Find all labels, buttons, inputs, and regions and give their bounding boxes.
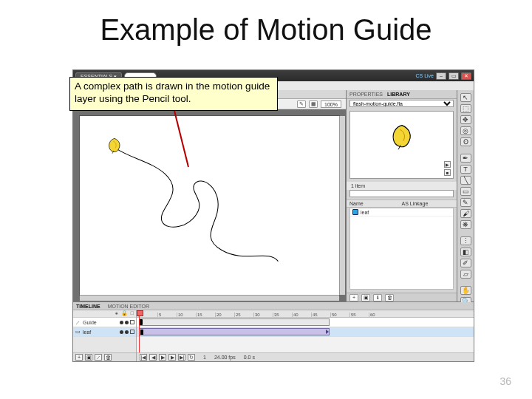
text-tool[interactable]: T (460, 165, 471, 174)
add-guide-button[interactable]: ⟋ (95, 354, 102, 361)
library-item-name: leaf (361, 210, 369, 215)
stage[interactable] (79, 115, 340, 296)
layer-column: ● 🔒 □ ⟋Guide▭leaf + ▣ ⟋ 🗑 (73, 310, 137, 361)
library-preview: ▶ ■ (349, 111, 454, 179)
delete-layer-button[interactable]: 🗑 (104, 354, 112, 361)
column-linkage[interactable]: AS Linkage (402, 201, 454, 206)
library-search-input[interactable] (349, 190, 454, 197)
library-preview-leaf (386, 123, 417, 151)
library-item-list: leaf (349, 208, 454, 290)
loop-button[interactable]: ↻ (188, 354, 195, 361)
bone-tool[interactable]: ⋮ (460, 236, 471, 245)
vertical-scrollbar[interactable] (339, 116, 345, 295)
library-footer: + ▣ ℹ 🗑 (347, 293, 457, 301)
edit-symbol-button[interactable]: ▦ (309, 100, 318, 108)
timeline-panel: TIMELINE MOTION EDITOR ● 🔒 □ ⟋Guide▭leaf… (73, 301, 474, 361)
ruler-mark: 5 (157, 313, 177, 317)
visibility-dot[interactable] (120, 330, 123, 334)
goto-last-button[interactable]: ▶| (178, 354, 185, 361)
3d-rotation-tool[interactable]: ◎ (460, 126, 471, 135)
layer-type-icon: ⟋ (75, 319, 81, 326)
selection-tool[interactable]: ↖ (460, 93, 471, 102)
playhead[interactable] (139, 310, 140, 352)
new-folder-button[interactable]: ▣ (361, 294, 370, 301)
lock-dot[interactable] (125, 321, 129, 324)
deco-tool[interactable]: ❋ (460, 220, 471, 229)
delete-button[interactable]: 🗑 (385, 294, 394, 301)
close-button[interactable]: ✕ (461, 72, 471, 80)
tab-motion-editor[interactable]: MOTION EDITOR (108, 304, 149, 309)
edit-scene-button[interactable]: ✎ (297, 100, 306, 108)
layer-row-guide[interactable]: ⟋Guide (73, 318, 136, 327)
library-file-select[interactable]: flash-motion-guide.fla (349, 100, 454, 107)
layer-name: leaf (83, 330, 118, 335)
outline-icon[interactable]: □ (131, 310, 134, 317)
minimize-button[interactable]: – (436, 72, 446, 80)
eraser-tool[interactable]: ▱ (460, 270, 471, 279)
play-button[interactable]: ▶ (159, 354, 166, 361)
lasso-tool[interactable]: ʘ (460, 137, 471, 146)
cs-live-link[interactable]: CS Live (415, 73, 434, 78)
step-back-button[interactable]: ◀ (149, 354, 157, 361)
column-name[interactable]: Name (349, 201, 402, 206)
stage-column: flash-motion-guide.fla Scene 1 ✎ ▦ 100% (73, 90, 347, 301)
visibility-dot[interactable] (120, 321, 123, 324)
frames-column: 151015202530354045505560 |◀ ◀ ▶ ▶ ▶| ↻ 1 (137, 310, 474, 361)
ruler-mark: 40 (292, 313, 311, 317)
library-list-header: Name AS Linkage (347, 200, 457, 208)
frame-ruler[interactable]: 151015202530354045505560 (137, 310, 474, 318)
properties-button[interactable]: ℹ (373, 294, 382, 301)
lock-icon[interactable]: 🔒 (121, 310, 128, 317)
layer-header: ● 🔒 □ (73, 310, 136, 318)
line-tool[interactable]: ╲ (460, 176, 471, 185)
callout-box: A complex path is drawn in the motion gu… (69, 77, 278, 111)
subselection-tool[interactable]: ⬚ (460, 104, 471, 113)
step-forward-button[interactable]: ▶ (168, 354, 176, 361)
layer-row-leaf[interactable]: ▭leaf (73, 327, 136, 337)
tab-timeline[interactable]: TIMELINE (76, 304, 100, 309)
eye-icon[interactable]: ● (115, 310, 118, 317)
new-folder-button[interactable]: ▣ (85, 354, 92, 361)
maximize-button[interactable]: ▭ (449, 72, 459, 80)
layer-footer: + ▣ ⟋ 🗑 (73, 352, 136, 361)
new-layer-button[interactable]: + (75, 354, 83, 361)
pencil-tool[interactable]: ✎ (460, 198, 471, 207)
preview-stop-button[interactable]: ■ (444, 169, 451, 176)
hand-tool[interactable]: ✋ (460, 286, 471, 295)
brush-tool[interactable]: 🖌 (460, 209, 471, 218)
lock-dot[interactable] (125, 330, 129, 334)
layer-name: Guide (83, 320, 118, 325)
free-transform-tool[interactable]: ✥ (460, 115, 471, 124)
timeline-tab-row: TIMELINE MOTION EDITOR (73, 302, 474, 310)
ruler-mark: 20 (215, 313, 234, 317)
tab-library[interactable]: LIBRARY (387, 92, 410, 97)
ruler-mark: 60 (369, 313, 388, 317)
timeline-footer: |◀ ◀ ▶ ▶ ▶| ↻ 1 24.00 fps 0.0 s (137, 352, 474, 361)
ruler-mark: 30 (253, 313, 273, 317)
rectangle-tool[interactable]: ▭ (460, 187, 471, 196)
ruler-mark: 55 (349, 313, 369, 317)
outline-square[interactable] (130, 320, 134, 324)
track-guide[interactable] (137, 318, 474, 327)
library-panel: PROPERTIES LIBRARY flash-motion-guide.fl… (347, 90, 457, 301)
horizontal-scrollbar[interactable] (80, 295, 339, 301)
eyedropper-tool[interactable]: ✐ (460, 259, 471, 267)
outline-square[interactable] (130, 330, 134, 334)
tab-properties[interactable]: PROPERTIES (349, 92, 383, 97)
pen-tool[interactable]: ✒ (460, 154, 471, 163)
list-item[interactable]: leaf (350, 208, 453, 216)
slide-title: Example of Motion Guide (0, 13, 532, 47)
panel-tab-row: PROPERTIES LIBRARY (347, 90, 457, 99)
library-item-count: 1 item (347, 182, 457, 190)
paint-bucket-tool[interactable]: ◧ (460, 248, 471, 256)
layer-type-icon: ▭ (75, 329, 81, 335)
new-symbol-button[interactable]: + (349, 294, 358, 301)
flash-app-window: ESSENTIALS ▾ CS Live – ▭ ✕ flash-motion-… (72, 69, 474, 362)
goto-first-button[interactable]: |◀ (140, 354, 147, 361)
leaf-instance[interactable] (105, 137, 124, 154)
ruler-mark: 10 (177, 313, 196, 317)
tools-panel: ↖⬚✥◎ʘ✒T╲▭✎🖌❋⋮◧✐▱✋🔍 (457, 90, 474, 301)
zoom-field[interactable]: 100% (321, 100, 341, 108)
track-leaf[interactable] (137, 327, 474, 337)
preview-play-button[interactable]: ▶ (444, 161, 451, 168)
